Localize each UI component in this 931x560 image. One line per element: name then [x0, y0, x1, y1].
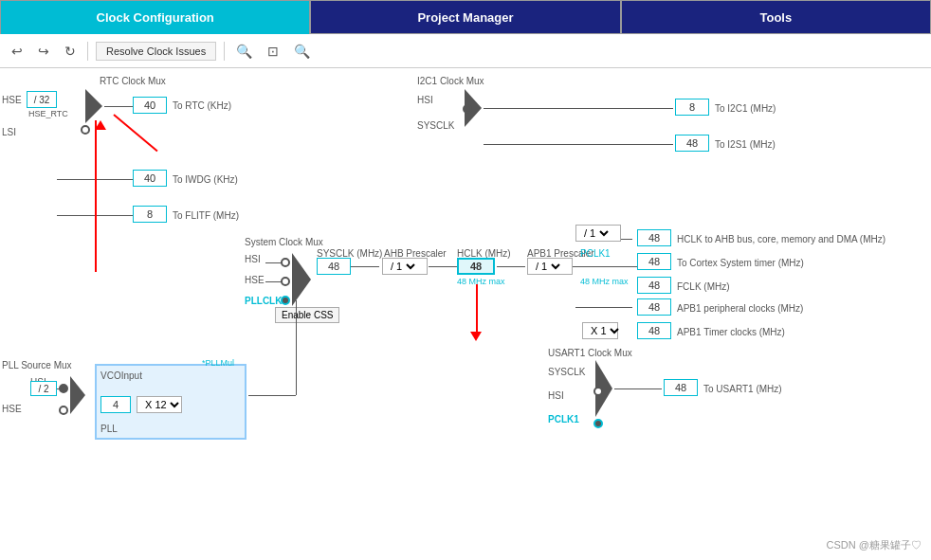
hse-label-rtc: HSE	[2, 95, 22, 105]
clock-canvas: RTC Clock Mux HSE / 32 HSE_RTC LSI 40 To…	[0, 68, 931, 560]
i2s1-line	[484, 144, 673, 145]
usart1-val-box[interactable]: 48	[664, 379, 698, 396]
flitf-val-box[interactable]: 8	[133, 206, 167, 223]
pll-mul-dropdown[interactable]: X 12 X 2 X 4 X 6 X 8 X 10 X 16	[137, 396, 182, 413]
ahb-div-select[interactable]: / 1 / 2 / 4	[387, 260, 418, 273]
tab-project-manager[interactable]: Project Manager	[310, 0, 620, 34]
i2s1-val-box[interactable]: 48	[675, 135, 709, 152]
red-arrow-head-1	[95, 120, 106, 130]
sysclk-usart-label: SYSCLK	[548, 367, 585, 377]
ahb-to-hclk-arrow	[429, 266, 457, 267]
hsi-sys-label: HSI	[245, 254, 261, 264]
fit-button[interactable]: ⊡	[264, 42, 283, 61]
ahb-div-dropdown[interactable]: / 1 / 2 / 4	[382, 258, 428, 275]
x1-dropdown[interactable]: X 1	[582, 322, 618, 339]
pclk1-label: PCLK1	[580, 248, 611, 259]
hclk-ahb-label: HCLK to AHB bus, core, memory and DMA (M…	[677, 234, 885, 244]
i2c1-mux-label: I2C1 Clock Mux	[417, 76, 484, 86]
pllclk-vert-arrow	[296, 300, 297, 395]
red-arrow-vert-1	[95, 120, 97, 272]
pclk1-max-text: 48 MHz max	[580, 277, 629, 286]
toolbar-separator	[87, 42, 88, 61]
apb1-timer-val-box[interactable]: 48	[637, 322, 671, 339]
zoom-in-button[interactable]: 🔍	[232, 42, 256, 61]
i2c-dot	[463, 104, 472, 114]
rtc-mux-shape	[85, 89, 102, 123]
i2c1-val-box[interactable]: 8	[675, 99, 709, 116]
sysclk-i2c-label: SYSCLK	[417, 120, 454, 131]
hsi-usart-label: HSI	[548, 390, 564, 401]
apb1-div-dropdown[interactable]: / 1 / 2 / 4	[527, 258, 573, 275]
sys-clk-mux-label: System Clock Mux	[245, 237, 323, 247]
lsi-dot	[81, 125, 90, 135]
rtc-arrow	[104, 106, 133, 107]
tab-tools[interactable]: Tools	[621, 0, 931, 34]
refresh-button[interactable]: ↻	[61, 42, 80, 61]
usart1-hsi-dot	[593, 387, 603, 396]
enable-css-box[interactable]: Enable CSS	[275, 307, 339, 323]
hse-sys-dot	[281, 277, 290, 286]
rtc-mux-label: RTC Clock Mux	[100, 76, 166, 86]
pll-mux-shape	[70, 376, 85, 414]
pclk1-usart-label: PCLK1	[548, 414, 579, 425]
red-arrow-vert-2	[476, 284, 478, 336]
i2c1-line	[484, 108, 673, 109]
hsi-i2c-label: HSI	[417, 95, 433, 105]
hsi-sys-dot	[281, 258, 290, 267]
red-arrow-undo	[113, 114, 157, 152]
watermark: CSDN @糖果罐子♡	[827, 538, 922, 552]
usart1-mux-label: USART1 Clock Mux	[548, 348, 632, 358]
pll-mul-label: *PLLMul	[202, 358, 234, 368]
pll-label: PLL	[100, 424, 118, 434]
red-arrow-head-2	[470, 332, 482, 341]
ahb-out-dropdown[interactable]: / 1	[575, 225, 621, 242]
vco-label: VCOInput	[100, 370, 142, 381]
cortex-timer-val-box[interactable]: 48	[637, 253, 671, 270]
rtc-val-box[interactable]: 40	[133, 97, 167, 114]
hclk-ahb-val-box[interactable]: 48	[637, 229, 671, 246]
hse-pll-label: HSE	[2, 404, 22, 414]
cortex-timer-label: To Cortex System timer (MHz)	[677, 258, 804, 268]
usart1-arrow	[614, 388, 662, 389]
to-rtc-label: To RTC (KHz)	[173, 100, 231, 111]
vco-val-box[interactable]: 4	[100, 396, 131, 413]
pll-box: VCOInput *PLLMul 4 X 12 X 2 X 4 X 6 X 8 …	[95, 364, 246, 440]
toolbar-separator-2	[224, 42, 225, 61]
pllclk-label: PLLCLK	[245, 296, 282, 306]
to-usart1-label: To USART1 (MHz)	[703, 384, 782, 394]
to-flitf-label: To FLITF (MHz)	[173, 210, 239, 221]
apb1-div-select[interactable]: / 1 / 2 / 4	[532, 260, 563, 273]
pll-to-pllclk-arrow	[248, 395, 296, 396]
to-iwdg-label: To IWDG (KHz)	[173, 174, 238, 185]
hse-rtc-label: HSE_RTC	[28, 109, 68, 118]
hsi-pll-dot	[59, 384, 68, 393]
tab-clock-config[interactable]: Clock Configuration	[0, 0, 310, 34]
sys-mux-shape	[292, 253, 311, 306]
to-i2c1-label: To I2C1 (MHz)	[715, 103, 776, 114]
pll-source-mux-label: PLL Source Mux	[2, 360, 72, 370]
resolve-clock-button[interactable]: Resolve Clock Issues	[96, 42, 216, 61]
hclk-max-text: 48 MHz max	[457, 277, 505, 286]
undo-button[interactable]: ↩	[8, 42, 27, 61]
fclk-val-box[interactable]: 48	[637, 277, 671, 294]
iwdg-val-box[interactable]: 40	[133, 170, 167, 187]
top-nav: Clock Configuration Project Manager Tool…	[0, 0, 931, 34]
apb1-peri-val-box[interactable]: 48	[637, 298, 671, 316]
redo-button[interactable]: ↪	[34, 42, 53, 61]
apb1-peri-arrow	[575, 307, 632, 308]
sysclk-val-box[interactable]: 48	[317, 258, 351, 275]
usart1-pclk-dot	[593, 419, 603, 428]
hse-pll-dot	[59, 406, 68, 415]
pllclk-dot	[281, 296, 290, 305]
ahb-out-select[interactable]: / 1	[580, 226, 612, 240]
x1-select[interactable]: X 1	[587, 324, 622, 337]
lsi-label: LSI	[2, 127, 16, 137]
apb1-timer-label: APB1 Timer clocks (MHz)	[677, 327, 785, 337]
zoom-out-button[interactable]: 🔍	[290, 42, 314, 61]
div2-box[interactable]: / 2	[30, 381, 57, 396]
pll-mul-select[interactable]: X 12 X 2 X 4 X 6 X 8 X 10 X 16	[141, 398, 182, 411]
toolbar: ↩ ↪ ↻ Resolve Clock Issues 🔍 ⊡ 🔍	[0, 34, 931, 68]
hclk-val-box[interactable]: 48	[457, 258, 495, 275]
div32-box[interactable]: / 32	[27, 91, 57, 108]
to-i2s1-label: To I2S1 (MHz)	[715, 139, 776, 150]
